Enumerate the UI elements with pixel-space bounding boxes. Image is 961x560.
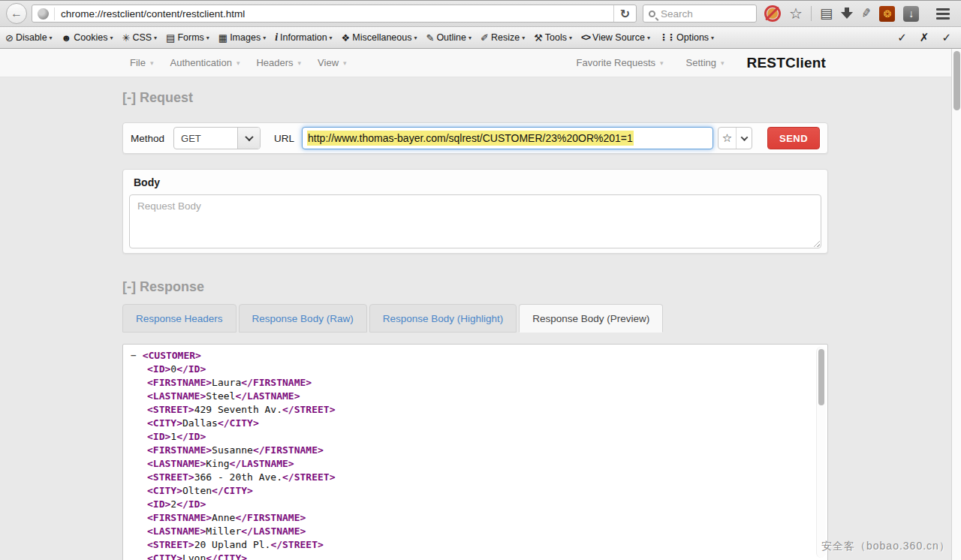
search-box[interactable]: Search: [643, 5, 757, 23]
menu-view[interactable]: View▾: [318, 57, 346, 68]
caret-down-icon: ▾: [298, 59, 302, 67]
xml-close-tag: </FIRSTNAME>: [241, 377, 312, 388]
devbar-item-images[interactable]: ▦Images▾: [218, 32, 266, 43]
xml-open-tag: <STREET>: [147, 539, 194, 550]
favorite-dropdown-button[interactable]: [736, 128, 752, 149]
menu-favorite-requests[interactable]: Favorite Requests▾: [577, 57, 664, 68]
check-icon[interactable]: ✓: [897, 31, 907, 44]
devbar-item-information[interactable]: iInformation▾: [275, 32, 332, 43]
clipboard-icon[interactable]: ▤: [820, 7, 833, 20]
collapse-marker[interactable]: −: [131, 350, 143, 361]
addon-orange-icon[interactable]: ❂: [879, 6, 895, 22]
devbar-items: ⊘Disable▾☻Cookies▾✳CSS▾▤Forms▾▦Images▾iI…: [5, 32, 723, 43]
bookmark-star-icon[interactable]: ☆: [789, 6, 803, 21]
devbar-item-css[interactable]: ✳CSS▾: [122, 32, 157, 43]
request-body-textarea[interactable]: Request Body: [129, 194, 821, 248]
menu-setting-label: Setting: [686, 57, 716, 68]
devbar-item-tools[interactable]: ⚒Tools▾: [534, 32, 572, 43]
xml-close-tag: </LASTNAME>: [235, 390, 300, 402]
xml-value: 0: [170, 363, 176, 375]
devbar-item-forms[interactable]: ▤Forms▾: [166, 32, 209, 43]
xml-close-tag: </CITY>: [212, 485, 253, 496]
xml-value: 366 - 20th Ave.: [194, 471, 282, 483]
xml-open-tag: <ID>: [147, 363, 170, 375]
response-scrollbar[interactable]: [816, 347, 826, 558]
window-scrollbar[interactable]: [951, 49, 961, 560]
xml-line: <CITY>Olten</CITY>: [131, 484, 820, 498]
xml-close-tag: </ID>: [176, 498, 206, 510]
url-label: URL: [274, 133, 294, 144]
reload-button[interactable]: ↻: [613, 5, 636, 22]
tab-response-body-preview[interactable]: Response Body (Preview): [519, 304, 663, 333]
xml-close-tag: </STREET>: [270, 539, 323, 550]
caret-down-icon: ▾: [110, 35, 113, 41]
window-scrollbar-thumb[interactable]: [953, 51, 960, 110]
url-input[interactable]: http://www.thomas-bayer.com/sqlrest/CUST…: [302, 127, 713, 149]
xml-value: King: [206, 458, 229, 469]
caret-down-icon: ▾: [236, 59, 240, 67]
request-body-placeholder: Request Body: [137, 200, 201, 212]
menu-setting[interactable]: Setting▾: [686, 57, 725, 68]
tab-response-body-highlight[interactable]: Response Body (Highlight): [369, 304, 517, 333]
css-icon: ✳: [122, 33, 130, 43]
response-section-title[interactable]: [-] Response: [122, 279, 204, 295]
toolbar-divider: [811, 6, 812, 21]
caret-down-icon: ▾: [647, 35, 650, 41]
method-select[interactable]: GET: [173, 127, 261, 149]
xml-line: <LASTNAME>Steel</LASTNAME>: [131, 390, 820, 403]
devbar-item-resize[interactable]: ✐Resize▾: [480, 32, 525, 43]
tab-response-body-raw[interactable]: Response Body (Raw): [239, 304, 367, 333]
response-scrollbar-thumb[interactable]: [818, 349, 824, 405]
resize-grip-icon[interactable]: [812, 239, 820, 247]
xml-line: <FIRSTNAME>Susanne</FIRSTNAME>: [131, 444, 820, 457]
devbar-item-label: Miscellaneous: [352, 32, 411, 43]
cross-icon[interactable]: ✗: [920, 31, 929, 44]
menu-file[interactable]: File▾: [130, 57, 153, 68]
video-download-icon[interactable]: ↓: [903, 6, 919, 22]
hamburger-menu-icon[interactable]: [936, 8, 950, 20]
address-bar[interactable]: chrome://restclient/content/restclient.h…: [32, 5, 637, 23]
xml-open-tag: <STREET>: [147, 404, 194, 415]
back-button[interactable]: ←: [6, 3, 27, 24]
caret-down-icon: ▾: [343, 59, 347, 67]
devbar-item-label: Forms: [177, 32, 203, 43]
menubar-left: File▾ Authentication▾ Headers▾ View▾: [130, 57, 347, 68]
xml-line: <ID>2</ID>: [131, 498, 820, 511]
xml-open-tag: <CITY>: [147, 485, 182, 496]
devbar-item-view-source[interactable]: <>View Source▾: [581, 32, 650, 43]
tab-response-headers[interactable]: Response Headers: [122, 304, 236, 333]
devbar-right-icons: ✓✗✓: [897, 31, 956, 44]
devbar-item-label: Resize: [491, 32, 520, 43]
adblock-icon[interactable]: [764, 5, 781, 22]
navbar-icons: ☆ ▤ ✎ ❂ ↓: [764, 5, 950, 22]
send-button[interactable]: SEND: [767, 127, 820, 149]
devbar-item-cookies[interactable]: ☻Cookies▾: [62, 32, 113, 43]
menu-headers[interactable]: Headers▾: [256, 57, 301, 68]
devbar-item-label: Options: [676, 32, 709, 43]
devbar-item-options[interactable]: ⋮⋮Options▾: [659, 32, 714, 43]
favorite-star-icon[interactable]: ☆: [718, 128, 736, 149]
xml-open-tag: <STREET>: [147, 471, 194, 483]
devbar-item-outline[interactable]: ✎Outline▾: [426, 32, 471, 43]
check-icon[interactable]: ✓: [941, 31, 951, 44]
method-select-chevron[interactable]: [237, 128, 260, 149]
address-url-text[interactable]: chrome://restclient/content/restclient.h…: [61, 8, 613, 20]
devbar-item-miscellaneous[interactable]: ❖Miscellaneous▾: [342, 32, 417, 43]
menu-authentication[interactable]: Authentication▾: [170, 57, 239, 68]
caret-down-icon: ▾: [414, 35, 417, 41]
devbar-item-label: Disable: [16, 32, 47, 43]
disable-icon: ⊘: [5, 33, 14, 43]
xml-open-tag: <FIRSTNAME>: [147, 444, 212, 456]
downloads-icon[interactable]: [841, 8, 853, 20]
devbar-item-disable[interactable]: ⊘Disable▾: [5, 32, 53, 43]
globe-icon: [38, 8, 49, 20]
caret-down-icon: ▾: [50, 35, 53, 41]
pen-icon[interactable]: ✎: [860, 7, 872, 20]
devbar-item-label: Tools: [545, 32, 567, 43]
xml-line: <STREET>20 Upland Pl.</STREET>: [131, 538, 820, 552]
web-developer-toolbar: ⊘Disable▾☻Cookies▾✳CSS▾▤Forms▾▦Images▾iI…: [0, 27, 961, 49]
xml-line: <ID>1</ID>: [131, 430, 820, 444]
xml-line: <CITY>Lyon</CITY>: [131, 552, 820, 560]
request-section-title[interactable]: [-] Request: [122, 90, 193, 106]
body-panel-title: Body: [123, 170, 827, 188]
